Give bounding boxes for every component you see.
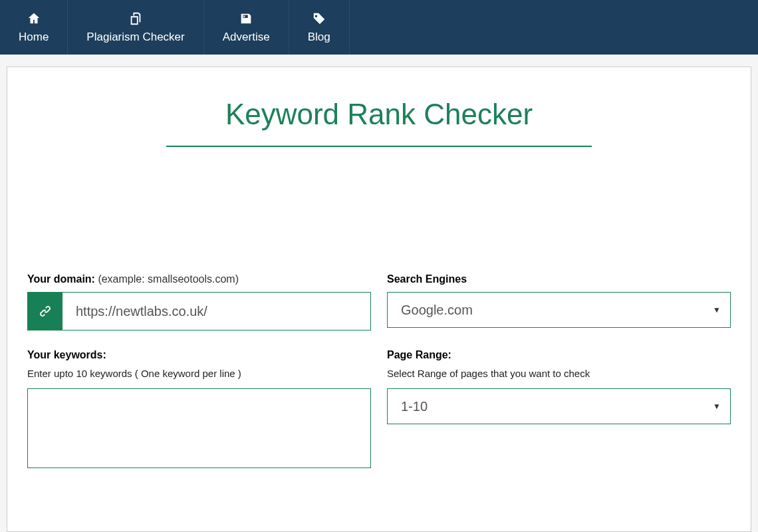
nav-advertise[interactable]: Advertise — [204, 0, 289, 55]
domain-hint: (example: smallseotools.com) — [98, 273, 239, 285]
page-title: Keyword Rank Checker — [27, 98, 731, 131]
keywords-label: Your keywords: — [27, 349, 106, 360]
main-card: Keyword Rank Checker Your domain: (examp… — [7, 66, 751, 532]
nav-home-label: Home — [19, 31, 49, 44]
page-range-select[interactable]: 1-10 ▼ — [387, 388, 731, 424]
search-engines-select[interactable]: Google.com ▼ — [387, 292, 731, 328]
tag-icon — [311, 11, 327, 27]
keywords-group: Your keywords: Enter upto 10 keywords ( … — [27, 349, 371, 471]
nav-advertise-label: Advertise — [223, 31, 270, 44]
nav-home[interactable]: Home — [0, 0, 68, 55]
link-icon — [28, 293, 63, 330]
nav-blog[interactable]: Blog — [289, 0, 350, 55]
page-range-sub: Select Range of pages that you want to c… — [387, 368, 731, 379]
keywords-sub: Enter upto 10 keywords ( One keyword per… — [27, 368, 371, 379]
search-engines-label: Search Engines — [387, 273, 467, 285]
search-engines-group: Search Engines Google.com ▼ — [387, 273, 731, 331]
nav-blog-label: Blog — [308, 31, 330, 44]
chevron-down-icon: ▼ — [713, 402, 721, 411]
domain-input[interactable] — [63, 293, 370, 330]
domain-group: Your domain: (example: smallseotools.com… — [27, 273, 371, 331]
navbar: Home Plagiarism Checker Advertise Blog — [0, 0, 758, 55]
domain-label: Your domain: — [27, 273, 95, 285]
title-rule — [166, 146, 592, 147]
home-icon — [26, 11, 42, 27]
keywords-textarea[interactable] — [27, 388, 371, 468]
page-range-label: Page Range: — [387, 349, 451, 360]
save-icon — [238, 11, 254, 27]
nav-plagiarism-label: Plagiarism Checker — [86, 31, 184, 44]
search-engines-value: Google.com — [401, 303, 473, 318]
domain-input-group — [27, 292, 371, 331]
page-range-group: Page Range: Select Range of pages that y… — [387, 349, 731, 471]
copy-icon — [128, 11, 144, 27]
chevron-down-icon: ▼ — [713, 305, 721, 315]
page-range-value: 1-10 — [401, 399, 428, 414]
nav-plagiarism-checker[interactable]: Plagiarism Checker — [68, 0, 203, 55]
